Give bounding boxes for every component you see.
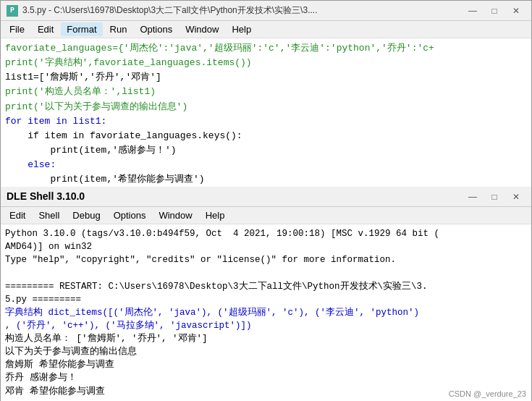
watermark: CSDN @_verdure_23 bbox=[449, 389, 526, 398]
editor-close-button[interactable]: ✕ bbox=[507, 4, 525, 18]
menu-run[interactable]: Run bbox=[104, 22, 133, 36]
menu-file[interactable]: File bbox=[4, 22, 30, 36]
shell-line-9: 构造人员名单： ['詹姆斯', '乔丹', '邓肯'] bbox=[5, 332, 527, 345]
editor-title-bar: P 3.5.py - C:\Users\16978\Desktop\3大二下al… bbox=[1, 1, 531, 21]
shell-menu-help[interactable]: Help bbox=[200, 208, 231, 222]
code-line-9: else: bbox=[5, 158, 527, 172]
editor-minimize-button[interactable]: — bbox=[463, 4, 482, 18]
shell-output[interactable]: Python 3.10.0 (tags/v3.10.0:b494f59, Oct… bbox=[1, 224, 531, 401]
shell-menu-shell[interactable]: Shell bbox=[33, 208, 65, 222]
menu-options[interactable]: Options bbox=[134, 22, 178, 36]
editor-app-icon: P bbox=[7, 5, 18, 17]
shell-window: DLE Shell 3.10.0 — □ ✕ Edit Shell Debug … bbox=[0, 187, 532, 401]
editor-title-text: 3.5.py - C:\Users\16978\Desktop\3大二下all文… bbox=[22, 4, 317, 17]
editor-window-controls: — □ ✕ bbox=[463, 4, 525, 18]
shell-line-6: 5.py ========= bbox=[5, 293, 527, 306]
shell-maximize-button[interactable]: □ bbox=[485, 190, 504, 204]
code-line-2: print('字典结构',favoriate_languages.items()… bbox=[5, 56, 527, 70]
shell-menu-edit[interactable]: Edit bbox=[4, 208, 31, 222]
shell-line-1: Python 3.10.0 (tags/v3.10.0:b494f59, Oct… bbox=[5, 227, 527, 240]
editor-window: P 3.5.py - C:\Users\16978\Desktop\3大二下al… bbox=[0, 0, 532, 187]
shell-line-11: 詹姆斯 希望你能参与调查 bbox=[5, 358, 527, 371]
shell-close-button[interactable]: ✕ bbox=[507, 190, 525, 204]
editor-title-left: P 3.5.py - C:\Users\16978\Desktop\3大二下al… bbox=[7, 4, 317, 17]
shell-menu-bar: Edit Shell Debug Options Window Help bbox=[1, 207, 531, 224]
shell-title-bar: DLE Shell 3.10.0 — □ ✕ bbox=[1, 187, 531, 207]
shell-minimize-button[interactable]: — bbox=[463, 190, 482, 204]
shell-line-4 bbox=[5, 266, 527, 279]
code-line-5: print('以下为关于参与调查的输出信息') bbox=[5, 100, 527, 114]
menu-help[interactable]: Help bbox=[226, 22, 257, 36]
shell-line-12: 乔丹 感谢参与！ bbox=[5, 371, 527, 384]
shell-window-controls: — □ ✕ bbox=[463, 190, 525, 204]
code-line-1: favoriate_languages={'周杰伦':'java','超级玛丽'… bbox=[5, 41, 527, 56]
menu-edit[interactable]: Edit bbox=[32, 22, 59, 36]
code-line-6: for item in list1: bbox=[5, 114, 527, 129]
shell-menu-options[interactable]: Options bbox=[108, 208, 152, 222]
shell-line-7: 字典结构 dict_items([('周杰伦', 'java'), ('超级玛丽… bbox=[5, 306, 527, 319]
shell-title-text: DLE Shell 3.10.0 bbox=[7, 190, 85, 202]
editor-maximize-button[interactable]: □ bbox=[485, 4, 504, 18]
editor-menu-bar: File Edit Format Run Options Window Help bbox=[1, 21, 531, 38]
code-line-7: if item in favoriate_languages.keys(): bbox=[5, 129, 527, 143]
shell-line-10: 以下为关于参与调查的输出信息 bbox=[5, 345, 527, 358]
code-line-8: print(item,'感谢参与！') bbox=[5, 143, 527, 158]
shell-line-2: AMD64)] on win32 bbox=[5, 240, 527, 253]
code-editor[interactable]: favoriate_languages={'周杰伦':'java','超级玛丽'… bbox=[1, 38, 531, 187]
shell-line-3: Type "help", "copyright", "credits" or "… bbox=[5, 253, 527, 266]
shell-menu-window[interactable]: Window bbox=[153, 208, 198, 222]
shell-line-8: , ('乔丹', 'c++'), ('马拉多纳', 'javascript')]… bbox=[5, 319, 527, 332]
menu-format[interactable]: Format bbox=[61, 22, 102, 36]
shell-menu-debug[interactable]: Debug bbox=[67, 208, 106, 222]
code-line-10: print(item,'希望你能参与调查') bbox=[5, 172, 527, 187]
shell-line-5: ========= RESTART: C:\Users\16978\Deskto… bbox=[5, 280, 527, 293]
shell-title-left: DLE Shell 3.10.0 bbox=[7, 190, 85, 203]
code-line-4: print('构造人员名单：',list1) bbox=[5, 85, 527, 99]
code-line-3: list1=['詹姆斯','乔丹','邓肯'] bbox=[5, 70, 527, 85]
menu-window[interactable]: Window bbox=[180, 22, 224, 36]
